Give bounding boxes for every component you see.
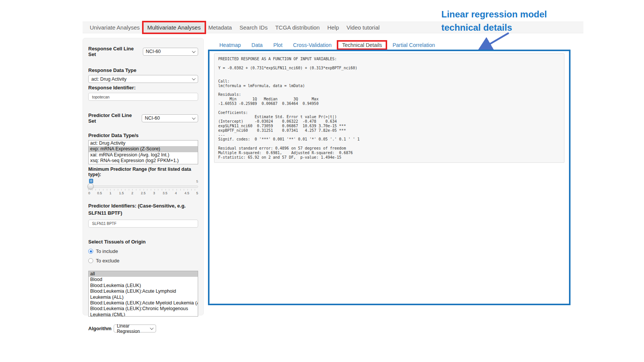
nav-item-search-ids[interactable]: Search IDs <box>236 22 271 33</box>
tick-label: 4.5 <box>183 191 190 195</box>
tissue-option[interactable]: Blood <box>89 277 198 282</box>
predictor-data-type-option[interactable]: xai: mRNA Expression (Avg. log2 Int.) <box>89 152 198 158</box>
slider-max-label: 5 <box>196 179 198 183</box>
predictor-data-type-option[interactable]: act: Drug Activity <box>89 140 198 146</box>
tab-data[interactable]: Data <box>246 41 268 49</box>
chevron-down-icon <box>150 326 154 330</box>
page: Univariate Analyses Multivariate Analyse… <box>0 0 644 362</box>
tissue-exclude-radio[interactable]: To exclude <box>88 258 198 264</box>
nav-item-metadata[interactable]: Metadata <box>205 22 236 33</box>
tab-plot[interactable]: Plot <box>268 41 288 49</box>
result-tabs: Heatmap Data Plot Cross-Validation Techn… <box>214 41 440 49</box>
slider-handle[interactable] <box>88 183 94 189</box>
tissue-option[interactable]: Blood:Leukemia (LEUK) <box>89 283 198 289</box>
response-cell-line-set-value: NCI-60 <box>146 49 161 54</box>
tick-label: 3.5 <box>162 191 169 195</box>
nav-item-tcga-distribution[interactable]: TCGA distribution <box>271 22 324 33</box>
chevron-down-icon <box>192 116 196 120</box>
annotation-text: Linear regression model technical detail… <box>441 8 566 34</box>
radio-unselected-icon <box>88 258 93 263</box>
response-data-type-select[interactable]: act: Drug Activity <box>88 75 198 83</box>
nav-item-help[interactable]: Help <box>324 22 343 33</box>
tissue-exclude-label: To exclude <box>96 258 119 264</box>
predictor-identifiers-label: Predictor Identifiers: (Case-Sensitive, … <box>88 202 198 217</box>
sidebar-form: Response Cell Line Set NCI-60 Response D… <box>83 38 204 315</box>
predictor-cell-line-set-label: Predictor Cell Line Set <box>88 112 139 124</box>
tick-label: 2 <box>129 191 136 195</box>
predictor-data-type-option[interactable]: xsq: RNA-seq Expression (log2 FPKM+1.) <box>89 158 198 164</box>
tissue-option-selected[interactable]: all <box>89 271 198 277</box>
regression-output-text: PREDICTED RESPONSE AS A FUNCTION OF INPU… <box>214 54 564 162</box>
response-cell-line-set-select[interactable]: NCI-60 <box>143 48 198 56</box>
tab-heatmap[interactable]: Heatmap <box>214 41 246 49</box>
chevron-down-icon <box>192 49 196 53</box>
slider-tick-labels: 0 0.5 1 1.5 2 2.5 3 3.5 4 4.5 5 <box>88 191 198 195</box>
response-data-type-label: Response Data Type <box>88 67 198 73</box>
tick-label: 1.5 <box>118 191 125 195</box>
tissue-listbox: all Blood Blood:Leukemia (LEUK) Blood:Le… <box>88 271 198 317</box>
algorithm-select[interactable]: Linear Regression <box>114 325 156 332</box>
algorithm-label: Algorithm <box>88 326 111 331</box>
slider-track[interactable] <box>88 186 198 188</box>
slider-minor-ticks <box>88 189 198 190</box>
min-predictor-range-label: Minimum Predictor Range (for first liste… <box>88 167 198 177</box>
response-identifier-input[interactable]: topotecan <box>88 93 198 101</box>
tab-partial-correlation[interactable]: Partial Correlation <box>387 41 440 49</box>
predictor-data-type-option-selected[interactable]: exp: mRNA Expression (Z-Score) <box>89 146 198 152</box>
tick-label: 5 <box>194 191 198 195</box>
tab-cross-validation[interactable]: Cross-Validation <box>288 41 337 49</box>
tab-label: Technical Details <box>342 42 382 48</box>
tab-technical-details[interactable]: Technical Details <box>337 41 387 49</box>
tissue-include-label: To include <box>96 248 118 254</box>
tick-label: 4 <box>172 191 179 195</box>
slider-value-badge: 0 <box>89 179 93 183</box>
nav-item-univariate-analyses[interactable]: Univariate Analyses <box>86 22 144 33</box>
response-data-type-value: act: Drug Activity <box>91 76 127 82</box>
predictor-data-types-label: Predictor Data Type/s <box>88 133 198 138</box>
regression-output-box: PREDICTED RESPONSE AS A FUNCTION OF INPU… <box>214 53 564 163</box>
predictor-data-types-listbox: act: Drug Activity exp: mRNA Expression … <box>88 140 198 164</box>
tissue-option[interactable]: Blood:Leukemia (LEUK):Acute Myeloid Leuk… <box>89 300 198 306</box>
tissue-option[interactable]: Blood:Leukemia (LEUK):Chronic Myelogenou… <box>89 306 198 317</box>
tissue-include-radio[interactable]: To include <box>88 248 198 254</box>
technical-details-panel: PREDICTED RESPONSE AS A FUNCTION OF INPU… <box>208 50 571 305</box>
response-identifier-value: topotecan <box>92 95 109 99</box>
annotation-line-1: Linear regression model <box>441 8 566 21</box>
nav-item-label: Multivariate Analyses <box>147 24 201 31</box>
radio-selected-icon <box>88 249 93 254</box>
tick-label: 1 <box>107 191 114 195</box>
response-identifier-label: Response Identifier: <box>88 85 198 90</box>
tissue-origin-label: Select Tissue/s of Origin <box>88 239 198 245</box>
response-cell-line-set-label: Response Cell Line Set <box>88 46 141 57</box>
tick-label: 0 <box>88 191 92 195</box>
min-predictor-range-slider: 0 5 0 0.5 1 1.5 2 2.5 3 3.5 4 4.5 5 <box>88 179 198 198</box>
algorithm-value: Linear Regression <box>117 323 147 334</box>
predictor-identifiers-input[interactable]: SLFN11 BPTF <box>88 220 198 228</box>
nav-item-video-tutorial[interactable]: Video tutorial <box>343 22 383 33</box>
tick-label: 2.5 <box>140 191 147 195</box>
predictor-identifiers-value: SLFN11 BPTF <box>92 222 116 226</box>
tick-label: 0.5 <box>96 191 103 195</box>
chevron-down-icon <box>192 76 196 80</box>
tissue-option[interactable]: Blood:Leukemia (LEUK):Acute Lymphoid Leu… <box>89 289 198 300</box>
nav-item-multivariate-analyses[interactable]: Multivariate Analyses <box>144 22 205 33</box>
tick-label: 3 <box>151 191 158 195</box>
predictor-cell-line-set-select[interactable]: NCI-60 <box>142 114 198 122</box>
predictor-cell-line-set-value: NCI-60 <box>145 115 160 121</box>
